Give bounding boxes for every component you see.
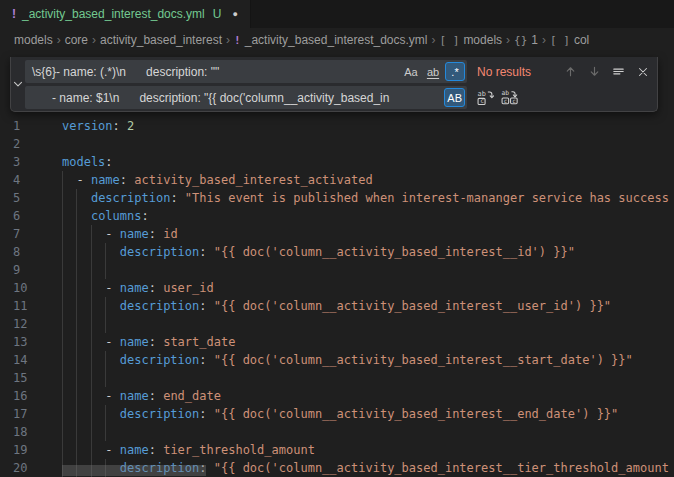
match-case-button[interactable]: Aa [401,62,421,81]
breadcrumb-item[interactable]: [ ]col [550,33,589,47]
line-number[interactable]: 17 [13,405,27,423]
replace-all-button[interactable]: ab c c [499,87,520,108]
indent-guide [62,387,63,405]
code-line-content[interactable]: - name: tier_threshold_amount [62,441,674,459]
code-line-content[interactable]: columns: [62,207,674,225]
line-number[interactable]: 4 [13,171,20,189]
git-status-badge: U [213,7,222,21]
code-line: 9 [0,261,674,279]
horizontal-scrollbar-thumb[interactable] [62,465,206,476]
breadcrumb-label: col [574,33,589,47]
code-line: 18 [0,423,674,441]
code-line-content[interactable] [62,135,674,153]
svg-text:c: c [512,98,516,104]
indent-guide [76,387,77,405]
code-line-content[interactable]: description: "{{ doc('column__activity_b… [62,297,674,315]
replace-input[interactable]: - name: $1\n description: "{{ doc('colum… [25,86,467,109]
breadcrumb-label: _activity_based_interest_docs.yml [245,33,428,47]
line-number[interactable]: 9 [13,261,20,279]
toggle-replace-button[interactable] [11,57,25,111]
code-line-content[interactable]: - name: id [62,225,674,243]
code-line: 7 - name: id [0,225,674,243]
symbol-array-icon: [ ] [440,34,460,47]
line-number[interactable]: 19 [13,441,27,459]
code-line-content[interactable] [62,369,674,387]
breadcrumb-item[interactable]: [ ]models [440,33,503,47]
indent-guide [105,261,106,279]
regex-button[interactable]: .* [445,62,465,81]
line-number[interactable]: 12 [13,315,27,333]
breadcrumb-item[interactable]: core [65,33,88,47]
line-number[interactable]: 18 [13,423,27,441]
indent-guide [76,405,77,423]
code-line: 14 description: "{{ doc('column__activit… [0,351,674,369]
line-number[interactable]: 3 [13,153,20,171]
indent-guide [62,351,63,369]
breadcrumb-item[interactable]: {}1 [514,33,538,47]
line-number[interactable]: 2 [13,135,20,153]
code-line-content[interactable]: - name: end_date [62,387,674,405]
code-line: 12 [0,315,674,333]
breadcrumb-item[interactable]: models [14,33,53,47]
line-number[interactable]: 11 [13,297,27,315]
indent-guide [76,261,77,279]
line-number[interactable]: 20 [13,459,27,477]
breadcrumb-item[interactable]: activity_based_interest [100,33,222,47]
line-number[interactable]: 7 [13,225,20,243]
code-line-content[interactable]: - name: start_date [62,333,674,351]
find-input[interactable]: \s{6}- name: (.*)\n description: "" Aa a… [25,60,467,83]
code-line-content[interactable]: description: "{{ doc('column__activity_b… [62,351,674,369]
find-in-selection-button[interactable] [608,61,629,82]
code-line-content[interactable] [62,423,674,441]
code-line-content[interactable]: models: [62,153,674,171]
code-line-content[interactable]: version: 2 [62,117,674,135]
line-number[interactable]: 5 [13,189,20,207]
code-area[interactable]: 1version: 223models:4 - name: activity_b… [0,117,674,477]
indent-guide [105,405,106,423]
code-line-content[interactable]: - name: activity_based_interest_activate… [62,171,674,189]
svg-text:c: c [504,98,508,104]
indent-guide [62,225,63,243]
close-find-widget-button[interactable] [632,61,653,82]
code-line-content[interactable]: description: "{{ doc('column__activity_b… [62,405,674,423]
editor-tab[interactable]: ! _activity_based_interest_docs.yml U ● [0,0,251,28]
indent-guide [62,423,63,441]
unsaved-changes-dot[interactable]: ● [232,10,237,19]
indent-guide [76,315,77,333]
code-line-content[interactable] [62,315,674,333]
breadcrumb-separator-icon: › [428,33,440,47]
whole-word-button[interactable]: ab [423,62,443,81]
indent-guide [105,315,106,333]
line-number[interactable]: 15 [13,369,27,387]
code-line-content[interactable] [62,261,674,279]
breadcrumb-item[interactable]: !_activity_based_interest_docs.yml [234,33,427,47]
indent-guide [76,207,77,225]
line-number[interactable]: 14 [13,351,27,369]
indent-guide [62,207,63,225]
code-line-content[interactable]: description: "This event is published wh… [62,189,674,207]
line-number[interactable]: 13 [13,333,27,351]
breadcrumb-separator-icon: › [53,33,65,47]
symbol-array-icon: [ ] [550,34,570,47]
code-line-content[interactable]: - name: user_id [62,279,674,297]
next-match-button[interactable] [584,61,605,82]
find-results-count: No results [477,65,557,79]
indent-guide [76,279,77,297]
line-number[interactable]: 6 [13,207,20,225]
arrow-up-icon [563,64,578,79]
yaml-file-icon: ! [234,34,241,47]
previous-match-button[interactable] [560,61,581,82]
breadcrumb-label: models [14,33,53,47]
line-number[interactable]: 1 [13,117,20,135]
find-replace-widget: \s{6}- name: (.*)\n description: "" Aa a… [10,57,658,112]
editor[interactable]: \s{6}- name: (.*)\n description: "" Aa a… [0,52,674,477]
code-line: 8 description: "{{ doc('column__activity… [0,243,674,261]
replace-button[interactable]: ab c [475,87,496,108]
line-number[interactable]: 8 [13,243,20,261]
line-number[interactable]: 16 [13,387,27,405]
code-line-content[interactable]: description: "{{ doc('column__activity_b… [62,243,674,261]
line-number[interactable]: 10 [13,279,27,297]
replace-value: - name: $1\n description: "{{ doc('colum… [25,91,467,105]
code-line: 13 - name: start_date [0,333,674,351]
preserve-case-button[interactable]: AB [444,88,465,107]
